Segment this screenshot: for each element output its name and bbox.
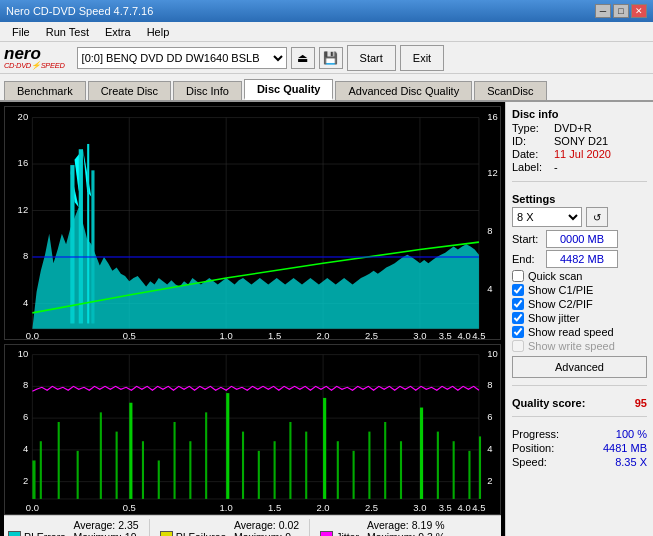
svg-rect-76 <box>226 393 229 499</box>
tab-advanced-disc-quality[interactable]: Advanced Disc Quality <box>335 81 472 100</box>
svg-text:2.0: 2.0 <box>316 330 329 339</box>
disc-date-row: Date: 11 Jul 2020 <box>512 148 647 160</box>
close-button[interactable]: ✕ <box>631 4 647 18</box>
show-write-speed-row: Show write speed <box>512 340 647 352</box>
start-mb-row: Start: <box>512 230 647 248</box>
pi-errors-max-value: 19 <box>125 531 137 536</box>
svg-text:4.5: 4.5 <box>472 503 485 513</box>
jitter-max-label: Maximum: <box>367 531 415 536</box>
exit-button[interactable]: Exit <box>400 45 444 71</box>
tab-disc-info[interactable]: Disc Info <box>173 81 242 100</box>
svg-text:2.5: 2.5 <box>365 330 378 339</box>
jitter-legend: Jitter <box>320 519 359 536</box>
svg-text:1.5: 1.5 <box>268 330 281 339</box>
svg-text:4.5: 4.5 <box>472 330 485 339</box>
menu-run-test[interactable]: Run Test <box>38 24 97 40</box>
pi-errors-legend: PI Errors <box>8 519 65 536</box>
disc-id-row: ID: SONY D21 <box>512 135 647 147</box>
svg-rect-64 <box>32 461 35 499</box>
menu-extra[interactable]: Extra <box>97 24 139 40</box>
show-read-speed-checkbox[interactable] <box>512 326 524 338</box>
progress-row: Progress: 100 % <box>512 428 647 440</box>
svg-text:1.0: 1.0 <box>220 503 233 513</box>
show-c1-pie-checkbox[interactable] <box>512 284 524 296</box>
svg-text:4: 4 <box>23 444 28 454</box>
maximize-button[interactable]: □ <box>613 4 629 18</box>
pi-failures-stats: Average: 0.02 Maximum: 9 Total: 2688 <box>234 519 299 536</box>
svg-rect-68 <box>100 413 102 500</box>
svg-rect-80 <box>289 422 291 499</box>
divider-settings-quality <box>512 385 647 386</box>
jitter-label: Jitter <box>336 531 359 536</box>
svg-text:1.0: 1.0 <box>220 330 233 339</box>
pi-errors-avg-label: Average: <box>73 519 115 531</box>
show-write-speed-label: Show write speed <box>528 340 615 352</box>
svg-rect-87 <box>400 442 402 500</box>
tab-scandisc[interactable]: ScanDisc <box>474 81 546 100</box>
jitter-avg: Average: 8.19 % <box>367 519 445 531</box>
show-jitter-checkbox[interactable] <box>512 312 524 324</box>
pi-failures-legend: PI Failures <box>160 519 226 536</box>
pi-failures-avg-label: Average: <box>234 519 276 531</box>
svg-text:12: 12 <box>18 204 29 215</box>
svg-text:3.5: 3.5 <box>439 503 452 513</box>
svg-text:8: 8 <box>487 225 492 236</box>
save-icon[interactable]: 💾 <box>319 47 343 69</box>
stats-footer: PI Errors Average: 2.35 Maximum: 19 Tota… <box>4 515 501 536</box>
speed-row-progress: Speed: 8.35 X <box>512 456 647 468</box>
show-c2-pif-checkbox[interactable] <box>512 298 524 310</box>
speed-value: 8.35 X <box>615 456 647 468</box>
tab-disc-quality[interactable]: Disc Quality <box>244 79 334 100</box>
svg-rect-73 <box>174 422 176 499</box>
progress-value: 100 % <box>616 428 647 440</box>
show-c2-pif-row: Show C2/PIF <box>512 298 647 310</box>
quick-scan-checkbox[interactable] <box>512 270 524 282</box>
svg-text:3.5: 3.5 <box>439 330 452 339</box>
disc-label-label: Label: <box>512 161 550 173</box>
minimize-button[interactable]: ─ <box>595 4 611 18</box>
pi-errors-color <box>8 531 21 536</box>
svg-rect-78 <box>258 451 260 499</box>
end-input[interactable] <box>546 250 618 268</box>
svg-text:1.5: 1.5 <box>268 503 281 513</box>
eject-icon[interactable]: ⏏ <box>291 47 315 69</box>
svg-rect-74 <box>189 442 191 500</box>
quality-score-label: Quality score: <box>512 397 585 409</box>
settings-title: Settings <box>512 193 647 205</box>
speed-select[interactable]: 8 X <box>512 207 582 227</box>
progress-section: Progress: 100 % Position: 4481 MB Speed:… <box>512 428 647 470</box>
drive-select[interactable]: [0:0] BENQ DVD DD DW1640 BSLB <box>77 47 287 69</box>
pi-failures-max: Maximum: 9 <box>234 531 299 536</box>
svg-rect-90 <box>453 442 455 500</box>
tab-benchmark[interactable]: Benchmark <box>4 81 86 100</box>
disc-info-section: Disc info Type: DVD+R ID: SONY D21 Date:… <box>512 108 647 174</box>
menu-bar: File Run Test Extra Help <box>0 22 653 42</box>
show-write-speed-checkbox <box>512 340 524 352</box>
svg-rect-86 <box>384 422 386 499</box>
title-bar-title: Nero CD-DVD Speed 4.7.7.16 <box>6 5 153 17</box>
start-input[interactable] <box>546 230 618 248</box>
jitter-stats: Average: 8.19 % Maximum: 9.3 % PO failur… <box>367 519 445 536</box>
pi-failures-color <box>160 531 173 536</box>
advanced-button[interactable]: Advanced <box>512 356 647 378</box>
disc-type-label: Type: <box>512 122 550 134</box>
svg-rect-89 <box>437 432 439 499</box>
jitter-avg-value: 8.19 % <box>412 519 445 531</box>
position-row: Position: 4481 MB <box>512 442 647 454</box>
quick-scan-label: Quick scan <box>528 270 582 282</box>
svg-text:2: 2 <box>487 476 492 486</box>
divider-1 <box>149 519 150 536</box>
svg-rect-67 <box>77 451 79 499</box>
menu-help[interactable]: Help <box>139 24 178 40</box>
quality-score-value: 95 <box>635 397 647 409</box>
pi-errors-max: Maximum: 19 <box>73 531 138 536</box>
position-label: Position: <box>512 442 554 454</box>
pi-errors-max-label: Maximum: <box>73 531 121 536</box>
tab-create-disc[interactable]: Create Disc <box>88 81 171 100</box>
start-button[interactable]: Start <box>347 45 396 71</box>
svg-rect-70 <box>129 403 132 499</box>
svg-rect-75 <box>205 413 207 500</box>
refresh-button[interactable]: ↺ <box>586 207 608 227</box>
menu-file[interactable]: File <box>4 24 38 40</box>
svg-text:4: 4 <box>487 283 492 294</box>
